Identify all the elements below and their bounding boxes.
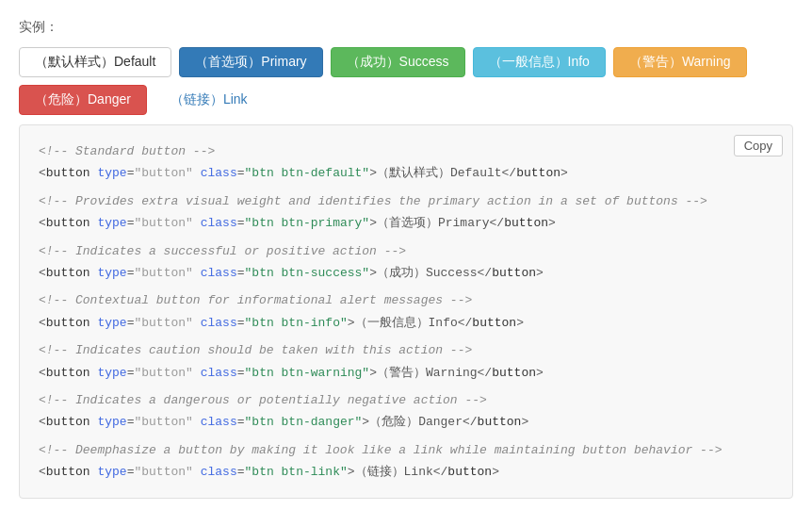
- code-line: <button type="button" class="btn btn-inf…: [39, 312, 773, 334]
- code-comment: <!-- Indicates caution should be taken w…: [39, 339, 773, 361]
- code-line: <button type="button" class="btn btn-def…: [39, 162, 773, 184]
- code-line: <button type="button" class="btn btn-pri…: [39, 212, 773, 234]
- main-container: 实例： （默认样式）Default（首选项）Primary（成功）Success…: [0, 0, 812, 510]
- code-comment: <!-- Standard button -->: [39, 140, 773, 162]
- code-comment: <!-- Indicates a successful or positive …: [39, 240, 773, 262]
- btn-link[interactable]: （链接）Link: [154, 85, 264, 115]
- code-comment: <!-- Provides extra visual weight and id…: [39, 190, 773, 212]
- code-line: <button type="button" class="btn btn-dan…: [39, 411, 773, 433]
- btn-danger[interactable]: （危险）Danger: [19, 85, 147, 115]
- btn-default[interactable]: （默认样式）Default: [19, 47, 171, 77]
- code-content: <!-- Standard button --><button type="bu…: [39, 140, 773, 483]
- button-row: （默认样式）Default（首选项）Primary（成功）Success（一般信…: [19, 47, 793, 115]
- code-line: <button type="button" class="btn btn-suc…: [39, 262, 773, 284]
- code-line: <button type="button" class="btn btn-war…: [39, 362, 773, 384]
- code-comment: <!-- Contextual button for informational…: [39, 289, 773, 311]
- code-line: <button type="button" class="btn btn-lin…: [39, 461, 773, 483]
- code-section: Copy <!-- Standard button --><button typ…: [19, 124, 793, 499]
- code-comment: <!-- Indicates a dangerous or potentiall…: [39, 389, 773, 411]
- code-comment: <!-- Deemphasize a button by making it l…: [39, 439, 773, 461]
- section-label: 实例：: [19, 19, 793, 36]
- copy-button[interactable]: Copy: [734, 135, 783, 156]
- btn-info[interactable]: （一般信息）Info: [473, 47, 606, 77]
- btn-warning[interactable]: （警告）Warning: [613, 47, 747, 77]
- btn-primary[interactable]: （首选项）Primary: [179, 47, 322, 77]
- btn-success[interactable]: （成功）Success: [331, 47, 465, 77]
